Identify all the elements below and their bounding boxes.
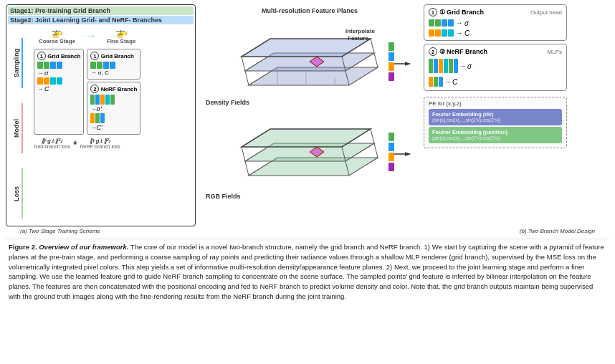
svg-rect-26	[388, 163, 394, 171]
svg-rect-25	[388, 153, 394, 161]
grid-bars-right-1	[429, 19, 454, 27]
nmlp-t1	[444, 59, 448, 73]
figure-body: The core of our model is a novel two-bra…	[9, 243, 604, 300]
mlp-bars-2	[90, 113, 137, 123]
stage2-label: Stage2: Joint Learning Grid- and NeRF- B…	[8, 16, 194, 24]
vertical-labels: Sampling Model Loss	[6, 30, 29, 226]
grid-branch-title-1: 1 Grid Branch	[37, 52, 80, 60]
num-1b-icon: 1	[90, 52, 99, 60]
grid-bars-right-2	[429, 29, 454, 37]
nerf-loss-label: NeRF branch loss	[80, 144, 120, 149]
bar-green3	[90, 62, 96, 69]
nmlp-g2	[449, 59, 453, 73]
fine-stage-label: Fine Stage	[107, 38, 135, 44]
grid-loss-formula: ‖î·g.t.‖²₂	[34, 138, 70, 144]
nerf-branch-output-box: 2 ② NeRF Branch MLPs → σ	[424, 44, 567, 91]
num-2-icon: 2	[90, 85, 99, 93]
svg-rect-23	[388, 133, 394, 141]
mlp-g1	[90, 95, 95, 105]
output-head-label: Output head	[530, 9, 562, 16]
stage1-label: Stage1: Pre-training Grid Branch	[8, 6, 194, 15]
grid-bars-1	[37, 62, 80, 69]
grid-branch-right-title: 1 ① Grid Branch	[429, 8, 484, 16]
figure-title: Overview of our framework.	[39, 243, 128, 251]
middle-title: Multi-resolution Feature Planes	[262, 7, 358, 14]
mlp-b1	[95, 95, 100, 105]
sampling-label: Sampling	[13, 38, 23, 88]
sigma-prime-label: σ'	[96, 105, 101, 112]
rbar-b1	[442, 19, 447, 27]
c-output-1: → C	[37, 85, 80, 92]
grid-branch-output-box: 1 ① Grid Branch Output head → σ	[424, 4, 567, 41]
figure-label: Figure 2.	[9, 243, 37, 251]
grid-bars-1b	[37, 77, 80, 85]
drone-coarse-icon: 🚁	[39, 27, 75, 38]
svg-rect-24	[388, 143, 394, 151]
plus-sign: +	[73, 139, 77, 147]
rbar-b2	[448, 19, 454, 27]
fourier-dir-box: Fourier Embedding (dir) (sin(x),cos(x),.…	[429, 109, 562, 125]
num-1-right-icon: 1	[429, 8, 437, 16]
caption-left: (a) Two Stage Training Scheme	[20, 228, 100, 234]
num-1-icon: 1	[37, 52, 46, 60]
coarse-stage-label: Coarse Stage	[39, 38, 75, 44]
c-label-1: C	[44, 85, 49, 92]
sigma-output-1: → σ	[37, 70, 80, 77]
density-label: Density Fields	[206, 99, 249, 106]
sigma-right: σ	[464, 19, 469, 27]
bar-green4	[97, 62, 102, 69]
c-prime-output: → C'	[90, 124, 137, 131]
main-container: Stage1: Pre-training Grid Branch Stage2:…	[0, 0, 615, 364]
bar-t2	[57, 77, 62, 85]
nerf-mlp-bars-2	[429, 77, 443, 87]
fourier-dir-formula: (sin(x),cos(x),...,sin(2ᴸx),cos(2ᴸx))	[432, 118, 558, 123]
caption-right: (b) Two Branch Model Design	[520, 228, 595, 234]
grid-loss-box: ‖î·g.t.‖²₂ Grid branch loss	[34, 138, 70, 149]
svg-rect-10	[388, 52, 394, 61]
left-content: 🚁 Coarse Stage → 🚁 Fine Stage	[31, 25, 143, 217]
mlp-t1	[105, 95, 110, 105]
nerf-loss-formula: ‖î·g.t.‖²₂	[80, 138, 120, 144]
diagram-area: Stage1: Pre-training Grid Branch Stage2:…	[6, 4, 609, 226]
nmlp-b2	[454, 59, 458, 73]
caption-row: (a) Two Stage Training Scheme (b) Two Br…	[6, 228, 609, 234]
left-panel: Stage1: Pre-training Grid Branch Stage2:…	[6, 4, 196, 226]
nmlp-b1	[434, 59, 438, 73]
mlp-y1	[100, 95, 105, 105]
rbar-t1	[442, 29, 447, 37]
nerf-loss-box: ‖î·g.t.‖²₂ NeRF branch loss	[80, 138, 120, 149]
middle-panel: Multi-resolution Feature Planes	[199, 4, 421, 226]
loss-section: ‖î·g.t.‖²₂ Grid branch loss + ‖î·g.t.‖²₂…	[31, 136, 143, 150]
rgb-svg	[206, 107, 414, 190]
nerf-branch-box: 2 NeRF Branch	[87, 82, 140, 135]
bar-blue2	[57, 62, 62, 69]
fourier-pos-label: Fourier Embedding (position)	[432, 129, 558, 135]
rgb-label: RGB Fields	[206, 193, 241, 200]
sigma-label-1: σ	[44, 70, 48, 77]
bar-blue3	[103, 62, 109, 69]
pe-title: PE for (x,y,z)	[429, 100, 562, 107]
bar-y	[37, 77, 43, 85]
model-label: Model	[13, 103, 23, 153]
bar-y2	[44, 77, 49, 85]
model-section: 1 Grid Branch → σ	[31, 47, 143, 136]
bottom-text: Figure 2. Overview of our framework. The…	[6, 239, 609, 305]
loss-label: Loss	[13, 168, 23, 219]
c-nerf-right: C	[452, 78, 457, 86]
rbar-g1	[429, 19, 434, 27]
c-right: C	[464, 29, 469, 37]
fourier-pos-formula: (sin(x),cos(x),...,sin(2ᴸx),cos(2ᴸx))	[432, 135, 558, 141]
fourier-pos-box: Fourier Embedding (position) (sin(x),cos…	[429, 127, 562, 143]
drone-fine-icon: 🚁	[107, 27, 135, 38]
nerf-mlp-bars-1	[429, 59, 458, 73]
feature-text: Feature	[348, 35, 368, 42]
nmlp-y2	[429, 77, 433, 87]
nerf-branch-title: 2 NeRF Branch	[90, 85, 137, 93]
sigma-output-2: → σ, C	[90, 70, 137, 76]
mlp-y2	[90, 113, 95, 123]
rbar-y1	[429, 29, 434, 37]
sigma-nerf-right: σ	[467, 62, 472, 70]
pe-box: PE for (x,y,z) Fourier Embedding (dir) (…	[424, 97, 567, 148]
num-2-right-icon: 2	[429, 47, 437, 56]
coarse-fine-row: 🚁 Coarse Stage → 🚁 Fine Stage	[31, 25, 143, 46]
